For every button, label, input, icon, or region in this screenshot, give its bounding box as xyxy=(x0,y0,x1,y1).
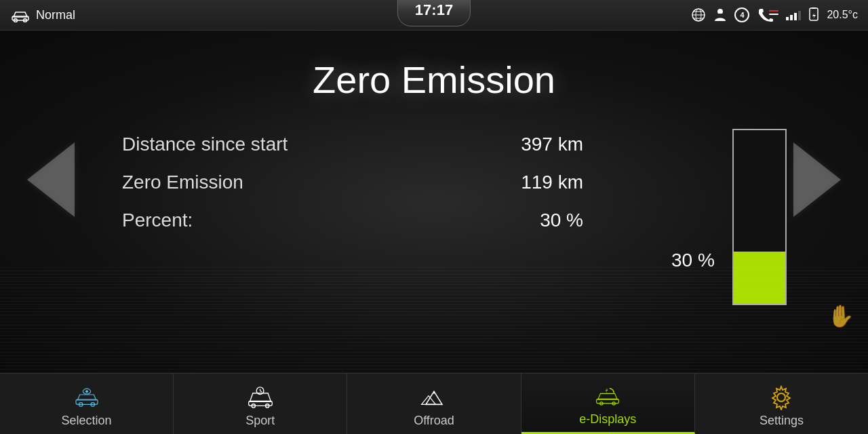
main-content: Zero Emission Distance since start 397 k… xyxy=(0,31,868,373)
value-emission: 119 km xyxy=(521,172,583,193)
svg-point-31 xyxy=(777,393,785,401)
settings-icon xyxy=(768,384,795,411)
status-right: 4 20.5°c xyxy=(691,7,858,22)
status-bar: Normal 17:17 4 xyxy=(0,0,868,31)
offroad-icon xyxy=(420,384,448,411)
next-arrow-button[interactable] xyxy=(793,142,841,217)
data-table: Distance since start 397 km Zero Emissio… xyxy=(122,125,583,239)
nav-item-edisplays[interactable]: e-Displays xyxy=(521,374,695,434)
notification-badge: 4 xyxy=(734,7,749,22)
edisplays-icon xyxy=(594,382,621,410)
data-row-emission: Zero Emission 119 km xyxy=(122,163,583,201)
car-icon xyxy=(10,7,31,22)
bar-chart: 30 % xyxy=(732,129,787,305)
person-icon xyxy=(713,7,728,22)
time-display: 17:17 xyxy=(397,0,471,26)
bar-fill xyxy=(734,252,785,304)
nav-item-selection[interactable]: Selection xyxy=(0,374,174,434)
svg-rect-13 xyxy=(812,7,816,9)
nav-label-offroad: Offroad xyxy=(414,414,454,428)
label-emission: Zero Emission xyxy=(122,172,243,193)
globe-icon xyxy=(691,7,706,22)
prev-arrow-button[interactable] xyxy=(27,142,75,217)
sport-icon xyxy=(247,384,274,411)
nav-item-settings[interactable]: Settings xyxy=(695,374,868,434)
nav-item-offroad[interactable]: Offroad xyxy=(347,374,521,434)
svg-point-8 xyxy=(717,9,723,14)
label-percent: Percent: xyxy=(122,210,193,231)
label-distance: Distance since start xyxy=(122,134,288,155)
selection-icon xyxy=(73,384,100,411)
svg-rect-9 xyxy=(717,14,723,14)
signal-icon xyxy=(786,9,801,20)
charging-icon xyxy=(808,7,820,22)
status-left: Normal xyxy=(10,7,75,22)
svg-point-18 xyxy=(85,390,88,393)
value-distance: 397 km xyxy=(521,134,583,155)
bottom-nav: Selection Sport xyxy=(0,373,868,434)
svg-line-24 xyxy=(260,391,262,392)
nav-label-selection: Selection xyxy=(62,414,112,428)
call-icon xyxy=(756,8,779,22)
value-percent: 30 % xyxy=(540,210,583,231)
temperature-value: 20.5°c xyxy=(827,9,858,21)
nav-label-sport: Sport xyxy=(245,414,275,428)
bar-container xyxy=(732,129,787,305)
page-title: Zero Emission xyxy=(313,58,555,102)
hand-icon: ✋ xyxy=(827,303,854,329)
nav-label-settings: Settings xyxy=(760,414,804,428)
data-row-distance: Distance since start 397 km xyxy=(122,125,583,163)
bar-percent-label: 30 % xyxy=(671,250,715,271)
drive-mode-label: Normal xyxy=(36,8,75,22)
time-value: 17:17 xyxy=(415,1,453,18)
nav-item-sport[interactable]: Sport xyxy=(174,374,347,434)
nav-label-edisplays: e-Displays xyxy=(579,412,636,427)
data-row-percent: Percent: 30 % xyxy=(122,201,583,239)
